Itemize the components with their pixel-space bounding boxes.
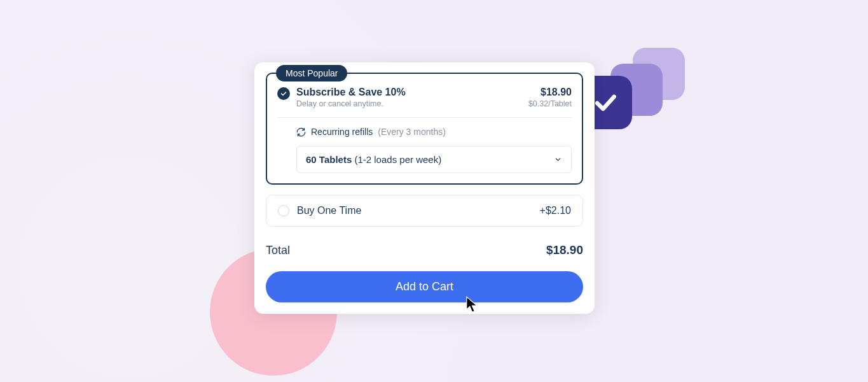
onetime-label: Buy One Time (297, 205, 361, 216)
onetime-left: Buy One Time (278, 205, 361, 216)
radio-selected[interactable] (277, 87, 290, 100)
onetime-option[interactable]: Buy One Time +$2.10 (266, 195, 583, 227)
subscribe-subtitle: Delay or cancel anytime. (296, 99, 406, 108)
subscribe-title: Subscribe & Save 10% (296, 87, 406, 98)
purchase-card: Most Popular Subscribe & Save 10% Delay … (254, 62, 595, 314)
quantity-text: 60 Tablets (1-2 loads per week) (306, 154, 441, 165)
refills-label: Recurring refills (311, 127, 373, 137)
add-to-cart-button[interactable]: Add to Cart (266, 271, 583, 302)
check-icon (280, 90, 287, 97)
chevron-down-icon (554, 155, 562, 164)
refills-row: Recurring refills (Every 3 months) (277, 127, 572, 137)
quantity-hint: (1-2 loads per week) (354, 154, 441, 165)
quantity-select[interactable]: 60 Tablets (1-2 loads per week) (296, 146, 572, 173)
checkmark-icon (591, 88, 619, 117)
total-label: Total (266, 244, 290, 257)
total-value: $18.90 (546, 243, 583, 257)
refills-hint: (Every 3 months) (378, 127, 446, 137)
subscribe-price: $18.90 (528, 87, 572, 98)
quantity-value: 60 Tablets (306, 154, 352, 165)
onetime-price: +$2.10 (540, 205, 571, 216)
total-row: Total $18.90 (266, 243, 583, 257)
subscribe-left: Subscribe & Save 10% Delay or cancel any… (277, 87, 406, 108)
refresh-icon (296, 127, 306, 137)
subscribe-header: Subscribe & Save 10% Delay or cancel any… (277, 87, 572, 118)
radio-unselected[interactable] (278, 205, 289, 216)
popular-badge: Most Popular (276, 65, 347, 81)
subscribe-price-unit: $0.32/Tablet (528, 99, 572, 108)
subscribe-option[interactable]: Most Popular Subscribe & Save 10% Delay … (266, 73, 583, 185)
subscribe-right: $18.90 $0.32/Tablet (528, 87, 572, 108)
